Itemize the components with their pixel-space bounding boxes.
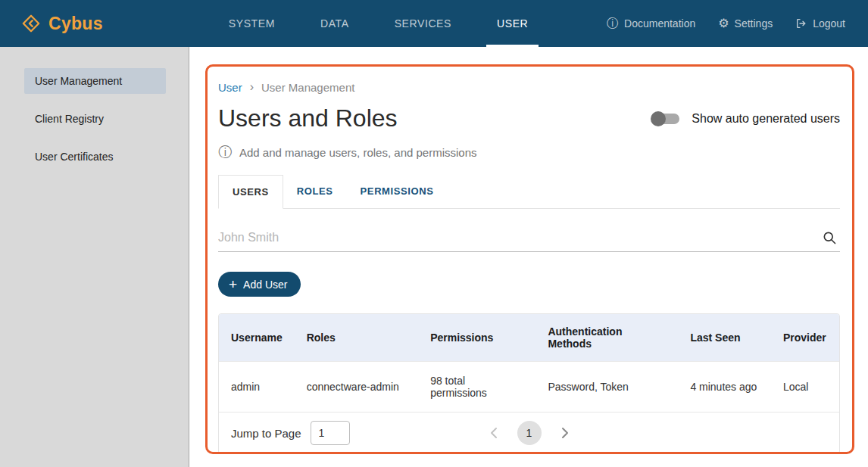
auto-generated-users-switch[interactable] [654,114,679,124]
toggle-label: Show auto generated users [692,112,840,126]
page-title: Users and Roles [218,104,398,132]
auto-generated-users-toggle-group: Show auto generated users [651,112,840,126]
page-subtitle: Add and manage users, roles, and permiss… [239,146,477,159]
col-header-auth-methods: Authentication Methods [535,314,678,362]
search-input[interactable] [218,231,819,244]
col-header-roles: Roles [295,314,418,362]
highlight-border: User › User Management Users and Roles S… [205,64,854,454]
logout-label: Logout [813,17,845,30]
nav-item-services[interactable]: SERVICES [384,0,462,47]
chevron-right-icon[interactable] [558,424,572,442]
table-footer: Jump to Page 1 [219,412,839,453]
page-subtitle-row: ⓘ Add and manage users, roles, and permi… [218,143,840,161]
nav-item-data[interactable]: DATA [310,0,360,47]
col-header-last-seen: Last Seen [678,314,771,362]
table-row[interactable]: admin connectware-admin 98 total permiss… [219,362,839,413]
tab-users[interactable]: USERS [218,175,283,209]
cell-roles: connectware-admin [295,362,418,413]
search-bar [218,230,840,252]
logout-icon [795,17,807,30]
cell-username: admin [219,362,295,413]
gear-icon: ⚙ [718,17,729,30]
table-header-row: Username Roles Permissions Authenticatio… [219,314,839,362]
cell-auth-methods: Password, Token [535,362,678,413]
sidebar-item-client-registry[interactable]: Client Registry [24,106,166,132]
brand-name: Cybus [48,14,103,34]
nav-item-system[interactable]: SYSTEM [218,0,286,47]
jump-to-page-label: Jump to Page [231,427,301,440]
sidebar: User Management Client Registry User Cer… [0,47,189,467]
breadcrumb: User › User Management [218,80,840,94]
primary-nav: SYSTEM DATA SERVICES USER [218,0,564,47]
switch-knob [651,111,666,126]
col-header-provider: Provider [771,314,839,362]
users-table-card: Username Roles Permissions Authenticatio… [218,313,840,454]
nav-item-user[interactable]: USER [486,0,539,47]
settings-label: Settings [735,17,773,30]
add-user-label: Add User [243,279,287,291]
sidebar-item-user-certificates[interactable]: User Certificates [24,144,166,170]
breadcrumb-separator-icon: › [250,80,254,94]
sidebar-item-user-management[interactable]: User Management [24,68,166,94]
chevron-left-icon[interactable] [487,424,501,442]
info-icon: ⓘ [218,143,232,161]
add-user-button[interactable]: + Add User [218,272,301,297]
tab-bar: USERS ROLES PERMISSIONS [218,175,840,209]
settings-button[interactable]: ⚙ Settings [718,17,773,30]
top-navbar: Cybus SYSTEM DATA SERVICES USER ⓘ Docume… [0,0,868,47]
tab-permissions[interactable]: PERMISSIONS [347,175,448,208]
app-window: Cybus SYSTEM DATA SERVICES USER ⓘ Docume… [0,0,868,467]
documentation-label: Documentation [624,17,695,30]
search-icon[interactable] [819,230,840,245]
documentation-button[interactable]: ⓘ Documentation [607,17,695,30]
cybus-logo[interactable]: Cybus [21,0,103,47]
breadcrumb-link-user[interactable]: User [218,81,242,94]
logout-button[interactable]: Logout [795,17,845,30]
col-header-permissions: Permissions [418,314,535,362]
navbar-actions: ⓘ Documentation ⚙ Settings Logout [607,0,845,47]
cybus-logo-icon [21,14,41,33]
jump-to-page-input[interactable] [311,421,350,445]
cell-permissions: 98 total permissions [418,362,535,413]
users-table: Username Roles Permissions Authenticatio… [219,314,839,412]
info-circle-icon: ⓘ [607,17,619,30]
breadcrumb-current: User Management [261,81,354,94]
pagination: 1 [487,421,572,445]
col-header-username: Username [219,314,295,362]
cell-provider: Local [771,362,839,413]
plus-icon: + [229,277,237,291]
page-number-button[interactable]: 1 [517,421,542,445]
cell-last-seen: 4 minutes ago [678,362,771,413]
tab-roles[interactable]: ROLES [283,175,347,208]
main-content: User › User Management Users and Roles S… [189,47,868,467]
